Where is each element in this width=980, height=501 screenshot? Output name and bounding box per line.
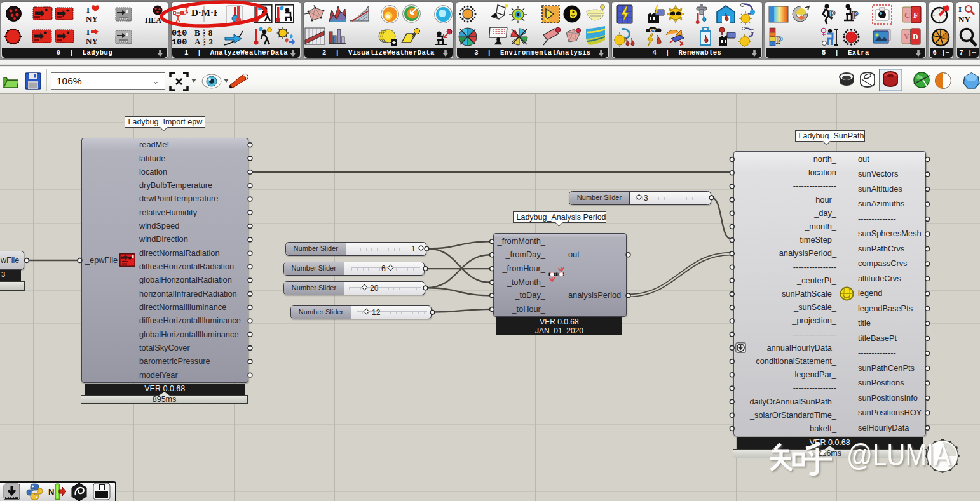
svg-text:N: N xyxy=(48,487,54,497)
svg-text:Y: Y xyxy=(904,32,909,41)
svg-text:NY: NY xyxy=(86,14,98,23)
svg-text:P: P xyxy=(852,9,858,21)
svg-text:F: F xyxy=(913,10,918,20)
svg-text:A⋮2: A⋮2 xyxy=(194,37,213,46)
svg-text:kw: kw xyxy=(650,28,656,32)
svg-text:P: P xyxy=(829,8,835,20)
svg-text:NY: NY xyxy=(86,36,98,45)
svg-text:stat: stat xyxy=(119,17,128,22)
svg-text:P: P xyxy=(776,34,782,46)
svg-text:C: C xyxy=(904,10,910,20)
svg-text:D: D xyxy=(913,32,918,41)
svg-text:NY: NY xyxy=(958,15,970,24)
svg-text:I: I xyxy=(958,4,962,14)
svg-text:stat: stat xyxy=(119,40,128,44)
svg-text:100: 100 xyxy=(172,37,187,46)
svg-text:I: I xyxy=(86,27,90,37)
svg-text:I: I xyxy=(86,5,90,15)
